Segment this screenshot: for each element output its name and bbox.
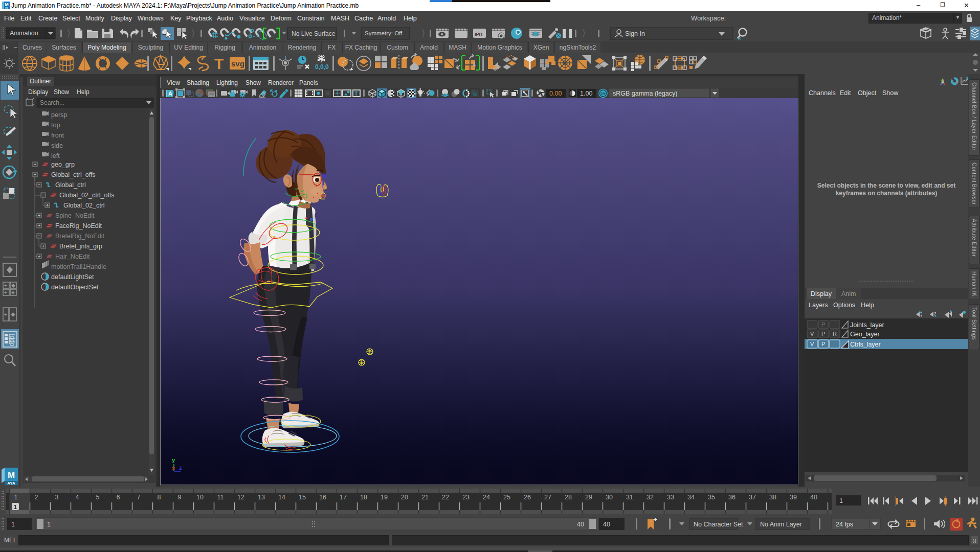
svg-text:Global_02_ctrl: Global_02_ctrl (63, 202, 105, 209)
svg-text:15: 15 (299, 494, 306, 501)
svg-text:1: 1 (47, 521, 51, 528)
svg-text:Display: Display (811, 290, 832, 297)
svg-text:Global_ctrl_offs: Global_ctrl_offs (51, 171, 96, 178)
svg-text:Symmetry: Off: Symmetry: Off (365, 30, 403, 36)
svg-text:x: x (172, 465, 175, 471)
svg-text:Bretel_jnts_grp: Bretel_jnts_grp (59, 243, 102, 250)
svg-text:36: 36 (728, 494, 736, 501)
svg-text:13: 13 (258, 494, 265, 501)
svg-text:Anim: Anim (841, 290, 856, 297)
svg-text:Show: Show (54, 88, 69, 96)
svg-text:A: A (168, 90, 172, 97)
svg-text:y: y (172, 457, 175, 463)
svg-text:T: T (354, 90, 358, 97)
svg-text:35: 35 (708, 494, 715, 501)
svg-text:20: 20 (401, 494, 408, 501)
svg-text:29: 29 (585, 494, 592, 501)
svg-text:40: 40 (577, 521, 584, 528)
svg-text:No Live Surface: No Live Surface (292, 30, 336, 37)
svg-text:Layers: Layers (809, 302, 828, 309)
svg-text:V: V (810, 341, 814, 347)
svg-text:30: 30 (606, 494, 613, 501)
svg-text:P: P (821, 331, 825, 337)
svg-text:28: 28 (565, 494, 572, 501)
svg-text:40: 40 (603, 521, 610, 528)
svg-text:sRGB gamma (legacy): sRGB gamma (legacy) (613, 90, 677, 97)
svg-text:0,0,0: 0,0,0 (315, 63, 329, 71)
svg-text:X: X (738, 36, 741, 41)
svg-text:21: 21 (421, 494, 429, 501)
svg-text:32: 32 (647, 494, 654, 501)
svg-text:Edit: Edit (840, 89, 851, 97)
svg-text:12: 12 (237, 494, 244, 501)
svg-text:ON: ON (601, 92, 606, 95)
svg-text:33: 33 (667, 494, 674, 501)
svg-text:persp: persp (51, 111, 67, 119)
svg-text:5: 5 (96, 494, 100, 501)
svg-text:23: 23 (462, 494, 470, 501)
svg-text:17: 17 (340, 494, 347, 501)
svg-text:25: 25 (503, 494, 510, 501)
svg-text:No Character Set: No Character Set (694, 521, 743, 528)
svg-text:+: + (4, 312, 7, 317)
svg-text:Geo_layer: Geo_layer (850, 331, 880, 338)
svg-text:Help: Help (861, 302, 874, 309)
svg-text:geo_grp: geo_grp (51, 161, 75, 168)
svg-text:34: 34 (687, 494, 695, 501)
svg-text:40: 40 (810, 494, 817, 501)
svg-text:6: 6 (117, 494, 120, 501)
svg-text:Spine_NoEdit: Spine_NoEdit (55, 212, 95, 219)
svg-text:Channels: Channels (809, 89, 836, 97)
svg-text:2: 2 (35, 494, 38, 501)
svg-text:Help: Help (77, 88, 90, 96)
svg-text:27: 27 (544, 494, 551, 501)
svg-text:No Anim Layer: No Anim Layer (760, 521, 802, 528)
svg-text:26: 26 (524, 494, 531, 501)
svg-text:4: 4 (76, 494, 79, 501)
svg-text:19: 19 (381, 494, 388, 501)
svg-text:1.00: 1.00 (580, 90, 592, 97)
svg-text:Global_02_ctrl_offs: Global_02_ctrl_offs (59, 192, 114, 199)
svg-text:front: front (51, 132, 64, 139)
svg-text:14: 14 (278, 494, 285, 501)
svg-text:1: 1 (839, 497, 843, 504)
svg-text:P: P (821, 321, 825, 328)
svg-text:24: 24 (483, 494, 490, 501)
svg-text:31: 31 (626, 494, 633, 501)
svg-text:0.00: 0.00 (549, 90, 562, 97)
svg-text:16: 16 (319, 494, 326, 501)
svg-text:AYA: AYA (7, 481, 15, 486)
svg-text:Display: Display (28, 88, 48, 96)
svg-text:M: M (5, 2, 9, 7)
svg-text:FaceRig_NoEdit: FaceRig_NoEdit (55, 222, 102, 229)
svg-text:Outliner: Outliner (30, 78, 51, 85)
svg-text:Object: Object (858, 89, 877, 97)
svg-text:{;}: {;} (972, 538, 976, 543)
svg-text:24 fps: 24 fps (836, 521, 853, 528)
svg-text:motionTrail1Handle: motionTrail1Handle (51, 263, 106, 270)
svg-text:Ctrls_layer: Ctrls_layer (850, 341, 881, 348)
svg-text:R: R (833, 331, 837, 337)
svg-text:side: side (51, 142, 63, 149)
svg-text:11: 11 (217, 494, 224, 501)
svg-text:10: 10 (196, 494, 204, 501)
svg-text:keyframes on channels (attribu: keyframes on channels (attributes) (836, 190, 938, 197)
svg-text:8: 8 (158, 494, 161, 501)
svg-text:+: + (4, 283, 7, 288)
svg-text:Select objects in the scene to: Select objects in the scene to view, edi… (817, 182, 955, 189)
svg-text:left: left (51, 152, 60, 159)
svg-text:22: 22 (442, 494, 449, 501)
svg-text:top: top (51, 122, 60, 129)
svg-text:defaultLightSet: defaultLightSet (51, 273, 94, 281)
svg-text:Options: Options (833, 302, 855, 309)
svg-text:Animation: Animation (10, 30, 38, 37)
svg-text:39: 39 (790, 494, 797, 501)
svg-text:7: 7 (137, 494, 141, 501)
svg-text:Search...: Search... (40, 99, 64, 106)
svg-text:P: P (821, 341, 825, 347)
svg-text:3: 3 (55, 494, 59, 501)
svg-text:Hair_NoEdit: Hair_NoEdit (55, 253, 90, 260)
svg-text:M: M (8, 470, 15, 480)
svg-text:V: V (810, 331, 814, 337)
svg-text:18: 18 (360, 494, 367, 501)
